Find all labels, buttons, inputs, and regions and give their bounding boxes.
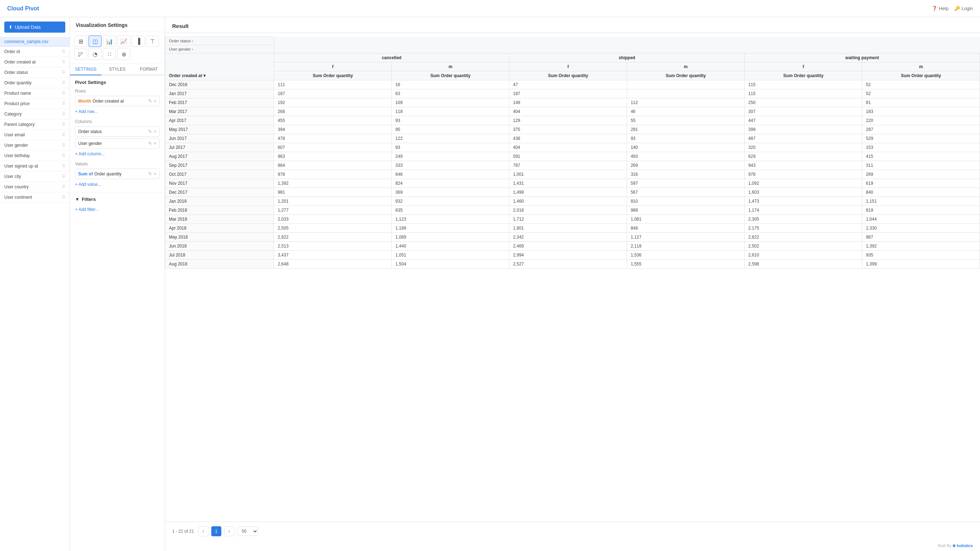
tab-format[interactable]: FORMAT xyxy=(133,64,165,75)
cell-c-m: 835 xyxy=(392,206,509,215)
cell-c-m: 1,089 xyxy=(392,233,509,242)
viz-column-icon[interactable]: ▐ xyxy=(132,35,145,47)
cell-c-m: 333 xyxy=(392,161,509,170)
cell-wp-m: 269 xyxy=(862,170,980,179)
cell-wp-m: 153 xyxy=(862,143,980,152)
order-status-filler xyxy=(274,37,980,45)
val-remove-icon-0[interactable]: × xyxy=(154,171,156,177)
sidebar-field-item: User birthday⠿ xyxy=(0,151,70,161)
cell-date: Mar 2017 xyxy=(165,107,274,116)
drag-handle-icon[interactable]: ⠿ xyxy=(62,143,65,148)
table-container[interactable]: Order status › User gender › Order creat… xyxy=(165,33,980,522)
login-link[interactable]: 🔑 Login xyxy=(954,6,973,11)
row-remove-icon-0[interactable]: × xyxy=(154,98,156,104)
user-gender-super: User gender › xyxy=(165,45,274,53)
table-row: Aug 2017 963 249 591 493 629 415 xyxy=(165,152,980,161)
cell-c-m: 646 xyxy=(392,170,509,179)
cell-c-f: 1,392 xyxy=(274,179,392,188)
cell-s-m: 988 xyxy=(627,206,745,215)
page-1-button[interactable]: 1 xyxy=(211,526,221,536)
drag-handle-icon[interactable]: ⠿ xyxy=(62,111,65,116)
col-remove-icon-0[interactable]: × xyxy=(154,129,156,134)
drag-handle-icon[interactable]: ⠿ xyxy=(62,80,65,85)
upload-button[interactable]: ⬆ Upload Data xyxy=(4,22,65,33)
cell-date: Jul 2018 xyxy=(165,251,274,260)
cell-s-f: 187 xyxy=(509,89,627,98)
cell-s-m: 316 xyxy=(627,170,745,179)
page-size-select[interactable]: 50 25 100 xyxy=(237,527,258,536)
cell-c-m: 1,504 xyxy=(392,260,509,269)
value-label-0: Order quantity xyxy=(94,172,122,177)
cell-s-m: 810 xyxy=(627,197,745,206)
cell-c-f: 864 xyxy=(274,161,392,170)
viz-more-icon[interactable]: ⊕ xyxy=(117,48,130,60)
viz-pie-icon[interactable]: ◔ xyxy=(89,48,102,60)
viz-area-icon[interactable]: ◸ xyxy=(74,48,87,60)
row-edit-icon-0[interactable]: ✎ xyxy=(148,98,152,104)
drag-handle-icon[interactable]: ⠿ xyxy=(62,132,65,137)
col-edit-icon-0[interactable]: ✎ xyxy=(148,129,152,134)
cell-s-m xyxy=(627,80,745,89)
drag-handle-icon[interactable]: ⠿ xyxy=(62,122,65,127)
viz-funnel-icon[interactable]: ⊤ xyxy=(146,35,159,47)
table-row: Jul 2018 3,437 1,051 2,994 1,536 2,610 9… xyxy=(165,251,980,260)
viz-pivot-icon[interactable]: ◫ xyxy=(89,35,102,47)
cell-c-f: 111 xyxy=(274,80,392,89)
drag-handle-icon[interactable]: ⠿ xyxy=(62,195,65,200)
cell-wp-f: 250 xyxy=(745,98,862,107)
cell-s-f: 2,994 xyxy=(509,251,627,260)
prev-page-button[interactable]: ‹ xyxy=(198,526,208,536)
column-label-1: User gender xyxy=(78,141,102,146)
drag-handle-icon[interactable]: ⠿ xyxy=(62,70,65,75)
field-name: Category xyxy=(4,111,22,116)
help-link[interactable]: ❓ Help xyxy=(932,6,948,11)
val-edit-icon-0[interactable]: ✎ xyxy=(148,171,152,177)
drag-handle-icon[interactable]: ⠿ xyxy=(62,101,65,106)
tab-settings[interactable]: SETTINGS xyxy=(70,64,102,75)
drag-handle-icon[interactable]: ⠿ xyxy=(62,49,65,54)
cell-s-m: 291 xyxy=(627,125,745,134)
app-title: Cloud Pivot xyxy=(7,5,39,12)
add-filter-link[interactable]: + Add filter... xyxy=(70,205,165,216)
add-value-link[interactable]: + Add value... xyxy=(75,180,160,188)
cell-c-m: 249 xyxy=(392,152,509,161)
panel-title: Visualization Settings xyxy=(70,17,165,32)
col-remove-icon-1[interactable]: × xyxy=(154,141,156,146)
sidebar-field-item: User country⠿ xyxy=(0,182,70,192)
viz-line-icon[interactable]: 📈 xyxy=(117,35,130,47)
drag-handle-icon[interactable]: ⠿ xyxy=(62,59,65,65)
drag-handle-icon[interactable]: ⠿ xyxy=(62,153,65,158)
drag-handle-icon[interactable]: ⠿ xyxy=(62,164,65,169)
add-column-link[interactable]: + Add column... xyxy=(75,150,160,158)
col-edit-icon-1[interactable]: ✎ xyxy=(148,141,152,146)
pivot-table: Order status › User gender › Order creat… xyxy=(165,37,980,269)
drag-handle-icon[interactable]: ⠿ xyxy=(62,91,65,96)
sidebar-field-item: User email⠿ xyxy=(0,130,70,140)
table-row: Apr 2017 455 93 129 55 447 220 xyxy=(165,116,980,125)
drag-handle-icon[interactable]: ⠿ xyxy=(62,185,65,190)
cell-wp-m: 220 xyxy=(862,116,980,125)
field-name: Order id xyxy=(4,49,20,54)
viz-table-icon[interactable]: ⊞ xyxy=(74,35,87,47)
cell-c-f: 394 xyxy=(274,125,392,134)
add-row-link[interactable]: + Add row... xyxy=(75,108,160,116)
cell-wp-f: 1,092 xyxy=(745,179,862,188)
cell-c-m: 93 xyxy=(392,116,509,125)
cell-wp-m: 619 xyxy=(862,179,980,188)
table-row: Feb 2018 1,277 835 2,018 988 1,174 819 xyxy=(165,206,980,215)
drag-handle-icon[interactable]: ⠿ xyxy=(62,174,65,179)
cell-wp-m: 935 xyxy=(862,251,980,260)
tab-styles[interactable]: STYLES xyxy=(102,64,133,75)
sidebar-field-item: Order quantity⠿ xyxy=(0,78,70,88)
table-row: Jan 2017 187 63 187 115 52 xyxy=(165,89,980,98)
cell-s-m: 2,118 xyxy=(627,242,745,251)
cell-s-f: 2,469 xyxy=(509,242,627,251)
field-name: Order status xyxy=(4,70,28,75)
sidebar-field-item: Parent category⠿ xyxy=(0,119,70,130)
viz-bar-icon[interactable]: 📊 xyxy=(103,35,116,47)
cell-c-f: 978 xyxy=(274,170,392,179)
cell-c-f: 981 xyxy=(274,188,392,197)
viz-scatter-icon[interactable]: ∷ xyxy=(103,48,116,60)
next-page-button[interactable]: › xyxy=(224,526,234,536)
cell-c-f: 2,033 xyxy=(274,215,392,224)
